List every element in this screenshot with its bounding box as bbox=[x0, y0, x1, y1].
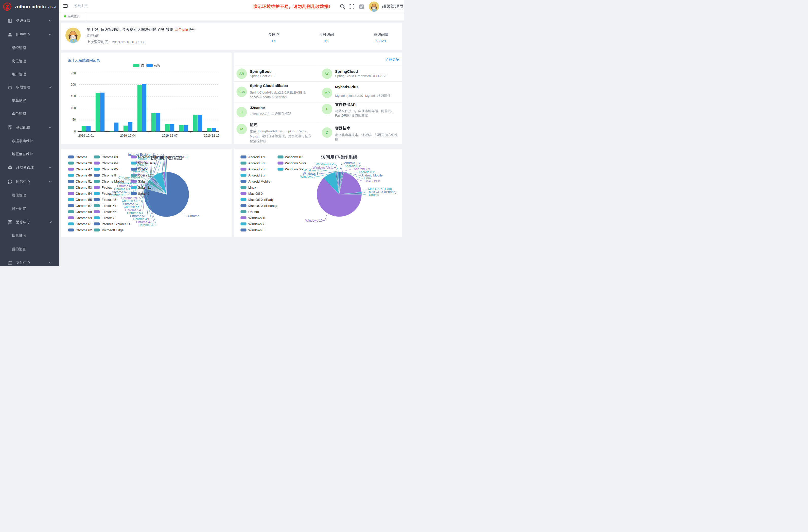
svg-text:Spring Cloud alibaba: Spring Cloud alibaba bbox=[250, 84, 288, 88]
svg-text:SpringBootAdmin: SpringBootAdmin bbox=[256, 129, 282, 133]
svg-text:SB: SB bbox=[239, 72, 244, 76]
svg-text:~: ~ bbox=[99, 34, 101, 38]
svg-text:Mac OS X: Mac OS X bbox=[248, 192, 263, 196]
svg-text:2019-12-01: 2019-12-01 bbox=[78, 134, 94, 137]
svg-text:SpringCloudAlibaba2.1.0.RELEAS: SpringCloudAlibaba2.1.0.RELEASE & bbox=[250, 91, 306, 94]
svg-text:Windows 10: Windows 10 bbox=[305, 219, 323, 222]
svg-text:Chrome 61: Chrome 61 bbox=[76, 222, 92, 226]
svg-text:IP: IP bbox=[275, 33, 279, 37]
svg-text:Chrome 63: Chrome 63 bbox=[102, 155, 118, 159]
svg-text:~: ~ bbox=[193, 27, 196, 32]
svg-text:Chrome 55: Chrome 55 bbox=[124, 205, 139, 209]
svg-text:Ubuntu: Ubuntu bbox=[248, 210, 259, 214]
svg-text:Safari: Safari bbox=[138, 180, 147, 183]
svg-text:MP: MP bbox=[324, 91, 330, 95]
svg-text:Mac OS X (iPhone): Mac OS X (iPhone) bbox=[248, 204, 277, 208]
svg-text:15: 15 bbox=[324, 39, 328, 43]
svg-text:Spring Boot 2.1.2: Spring Boot 2.1.2 bbox=[250, 74, 275, 78]
svg-text:Chrome Mobile: Chrome Mobile bbox=[102, 180, 124, 183]
svg-text:Android Mobile: Android Mobile bbox=[248, 180, 270, 183]
svg-text:Chrome 62: Chrome 62 bbox=[76, 228, 92, 232]
svg-text:M: M bbox=[240, 127, 243, 131]
svg-text:Firefox 42: Firefox 42 bbox=[102, 192, 116, 196]
svg-text:,: , bbox=[98, 27, 99, 32]
svg-text:SCA: SCA bbox=[238, 90, 245, 94]
svg-text:Chrome 54: Chrome 54 bbox=[76, 192, 92, 196]
svg-text:Firefox: Firefox bbox=[102, 186, 112, 189]
svg-text:14: 14 bbox=[271, 39, 276, 43]
svg-text:Safari 9: Safari 9 bbox=[138, 192, 149, 196]
svg-text:Chrome 59: Chrome 59 bbox=[76, 216, 92, 220]
svg-text:Firefox 45: Firefox 45 bbox=[102, 198, 116, 202]
svg-text:Chrome: Chrome bbox=[188, 214, 199, 218]
svg-text:J: J bbox=[241, 110, 243, 114]
svg-text:Spring Cloud Greenwich.RELEASE: Spring Cloud Greenwich.RELEASE bbox=[335, 74, 387, 78]
svg-text:Mac OS X: Mac OS X bbox=[366, 180, 381, 183]
svg-text:Chrome 55: Chrome 55 bbox=[76, 198, 92, 202]
svg-text:C: C bbox=[326, 131, 328, 135]
svg-text:Z: Z bbox=[5, 3, 9, 10]
svg-text:cloud: cloud bbox=[48, 5, 56, 9]
svg-text:A: A bbox=[360, 5, 362, 9]
svg-text:Mac OS X (iPad): Mac OS X (iPad) bbox=[248, 198, 273, 202]
svg-text:star: star bbox=[182, 27, 188, 32]
svg-text:Chrome 49: Chrome 49 bbox=[76, 173, 92, 177]
svg-text:Chrome 26: Chrome 26 bbox=[139, 223, 154, 227]
svg-text:,: , bbox=[120, 27, 121, 32]
svg-text:Chrome 57: Chrome 57 bbox=[76, 204, 92, 208]
svg-text:FastDFS: FastDFS bbox=[335, 114, 348, 117]
svg-text:150: 150 bbox=[71, 95, 76, 98]
svg-text:50: 50 bbox=[73, 118, 76, 122]
svg-text:Chrome 8: Chrome 8 bbox=[102, 173, 116, 177]
svg-text:Chrome 58: Chrome 58 bbox=[76, 210, 92, 214]
svg-text:Microsoft Internet Explorer(MS: Microsoft Internet Explorer(MS16) bbox=[138, 155, 187, 159]
svg-text:Mybatis-Plus: Mybatis-Plus bbox=[335, 85, 359, 89]
svg-text:Mobile Safari: Mobile Safari bbox=[138, 161, 157, 165]
svg-text:Windows 10: Windows 10 bbox=[248, 216, 266, 220]
svg-text:2019-12-04: 2019-12-04 bbox=[120, 134, 136, 137]
svg-text:Safari 11: Safari 11 bbox=[138, 186, 151, 189]
svg-text:Firefox 7: Firefox 7 bbox=[102, 216, 115, 220]
svg-text:Windows XP: Windows XP bbox=[285, 167, 304, 171]
svg-text:J2cache2.7.8:: J2cache2.7.8: bbox=[250, 112, 270, 116]
svg-text:Microsoft Edge: Microsoft Edge bbox=[102, 228, 124, 232]
svg-text:zuihou-admin: zuihou-admin bbox=[15, 4, 45, 10]
svg-text:nacos & seata & Sentinel: nacos & seata & Sentinel bbox=[250, 95, 287, 99]
svg-text:SC: SC bbox=[325, 72, 329, 76]
svg-text:Chrome 58: Chrome 58 bbox=[122, 199, 137, 203]
svg-text:API: API bbox=[350, 103, 356, 107]
svg-text:Chrome 64: Chrome 64 bbox=[102, 161, 118, 165]
svg-text:2019-12-10 10:03:08: 2019-12-10 10:03:08 bbox=[112, 40, 145, 44]
svg-text:Firefox 51: Firefox 51 bbox=[102, 204, 116, 208]
svg-text:Windows 7: Windows 7 bbox=[248, 222, 264, 226]
svg-text:Chrome 26: Chrome 26 bbox=[76, 161, 92, 165]
svg-text:2019-12-07: 2019-12-07 bbox=[162, 134, 178, 137]
svg-text:100: 100 bbox=[71, 106, 76, 110]
svg-text:Windows 7: Windows 7 bbox=[300, 175, 316, 179]
svg-text:Android 7.x: Android 7.x bbox=[248, 167, 265, 171]
svg-text:Windows 8: Windows 8 bbox=[248, 228, 264, 232]
svg-text:Mybatis-plus 3.2.0: Mybatis-plus 3.2.0 bbox=[335, 94, 362, 98]
svg-text:Chrome 65: Chrome 65 bbox=[102, 167, 118, 171]
svg-text:2,029: 2,029 bbox=[376, 39, 386, 43]
svg-text:Ubuntu: Ubuntu bbox=[369, 193, 379, 197]
svg-text:Redis: Redis bbox=[297, 129, 306, 133]
svg-text:0: 0 bbox=[74, 130, 76, 133]
svg-text:Mysql: Mysql bbox=[250, 134, 258, 138]
svg-text:Internet Explorer 11: Internet Explorer 11 bbox=[102, 222, 130, 226]
svg-text:Windows 8.1: Windows 8.1 bbox=[304, 169, 322, 172]
svg-text:J2cache: J2cache bbox=[250, 106, 265, 110]
svg-text:2019-12-10: 2019-12-10 bbox=[204, 134, 220, 137]
svg-text:Android 6.x: Android 6.x bbox=[248, 161, 265, 165]
svg-text:Windows Vista: Windows Vista bbox=[285, 161, 307, 165]
svg-text:F: F bbox=[326, 107, 328, 111]
svg-text:SpringBoot: SpringBoot bbox=[250, 69, 271, 74]
svg-text:Chrome: Chrome bbox=[76, 155, 87, 159]
svg-text:Zipkin: Zipkin bbox=[285, 129, 294, 133]
svg-text:Opera 12: Opera 12 bbox=[138, 173, 152, 177]
svg-text:Mybatis: Mybatis bbox=[365, 94, 377, 98]
svg-text:200: 200 bbox=[71, 83, 76, 87]
svg-text:Linux: Linux bbox=[248, 186, 256, 189]
svg-text:Chrome 53: Chrome 53 bbox=[76, 186, 92, 189]
svg-text:Windows 8.1: Windows 8.1 bbox=[285, 155, 304, 159]
